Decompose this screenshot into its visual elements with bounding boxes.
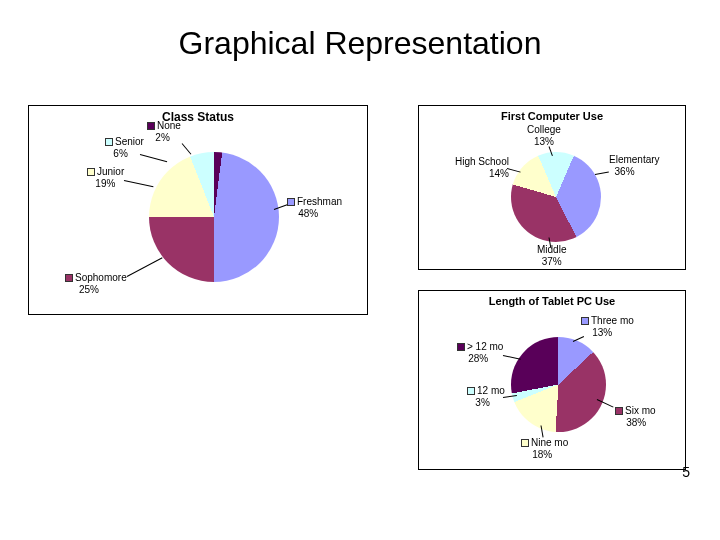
chart-title: Length of Tablet PC Use bbox=[419, 291, 685, 307]
chart-title: First Computer Use bbox=[419, 106, 685, 122]
pie-chart bbox=[149, 152, 279, 282]
chart-class-status: Class Status None 2% Senior 6% Junior 19… bbox=[28, 105, 368, 315]
chart-title: Class Status bbox=[29, 106, 367, 124]
pie-label-elementary: Elementary 36% bbox=[609, 154, 660, 178]
pie-label-junior: Junior 19% bbox=[87, 166, 124, 190]
pie-label-college: College13% bbox=[527, 124, 561, 148]
pie-label-senior: Senior 6% bbox=[105, 136, 144, 160]
pie-chart bbox=[511, 152, 601, 242]
chart-first-computer-use: First Computer Use College13% Elementary… bbox=[418, 105, 686, 270]
pie-chart bbox=[511, 337, 606, 432]
pie-label-none: None 2% bbox=[147, 120, 181, 144]
slide-title: Graphical Representation bbox=[0, 0, 720, 62]
pie-label-middle: Middle37% bbox=[537, 244, 566, 268]
pie-label-nine-mo: Nine mo 18% bbox=[521, 437, 568, 461]
pie-label-12mo: 12 mo 3% bbox=[467, 385, 505, 409]
pie-label-three-mo: Three mo 13% bbox=[581, 315, 634, 339]
pie-label-freshman: Freshman 48% bbox=[287, 196, 342, 220]
pie-label-highschool: High School14% bbox=[455, 156, 509, 180]
page-number: 5 bbox=[682, 464, 690, 480]
pie-label-gt12mo: > 12 mo 28% bbox=[457, 341, 503, 365]
pie-label-six-mo: Six mo 38% bbox=[615, 405, 656, 429]
pie-label-sophomore: Sophomore 25% bbox=[65, 272, 127, 296]
chart-tablet-pc-use: Length of Tablet PC Use Three mo 13% Six… bbox=[418, 290, 686, 470]
